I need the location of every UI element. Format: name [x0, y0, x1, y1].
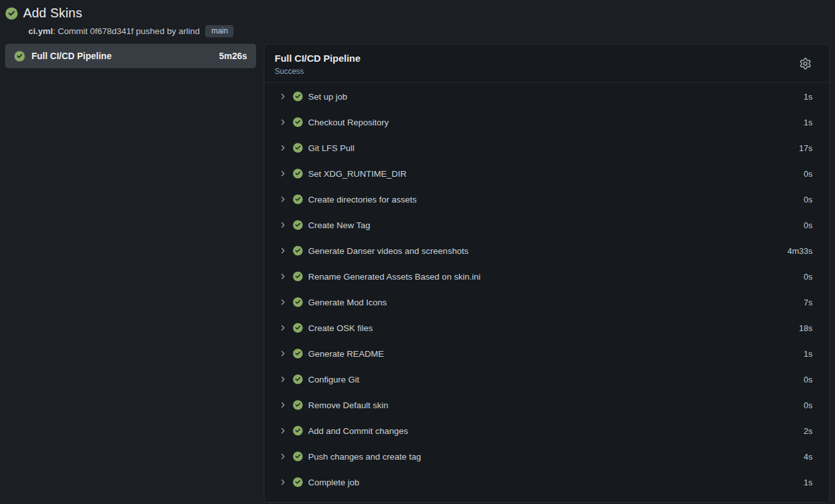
success-check-icon [293, 246, 303, 256]
step-duration: 4m33s [787, 246, 812, 256]
step-row[interactable]: Set XDG_RUNTIME_DIR 0s [264, 161, 829, 186]
success-check-icon [293, 194, 303, 204]
step-name: Generate README [308, 349, 803, 359]
chevron-right-icon[interactable] [279, 221, 287, 229]
success-check-icon [293, 348, 303, 359]
jobs-sidebar: Full CI/CD Pipeline 5m26s [5, 44, 256, 68]
step-duration: 18s [799, 323, 812, 333]
run-subtitle: ci.yml: Commit 0f678d341f pushed by arli… [28, 24, 830, 38]
success-check-icon [293, 400, 303, 410]
job-duration: 5m26s [219, 51, 247, 61]
chevron-right-icon[interactable] [279, 478, 287, 486]
branch-badge[interactable]: main [205, 25, 234, 37]
job-panel-header: Full CI/CD Pipeline Success [264, 44, 829, 83]
step-name: Create directories for assets [308, 195, 803, 204]
job-status-text: Success [275, 66, 819, 76]
step-duration: 0s [803, 221, 812, 230]
chevron-right-icon[interactable] [279, 247, 287, 255]
success-check-icon [293, 426, 303, 436]
job-panel-title: Full CI/CD Pipeline [275, 51, 819, 65]
step-row[interactable]: Create directories for assets 0s [264, 186, 829, 212]
success-check-icon [293, 91, 303, 102]
step-name: Generate Mod Icons [308, 298, 803, 307]
step-row[interactable]: Add and Commit changes 2s [264, 418, 829, 444]
success-check-icon [293, 477, 303, 487]
step-row[interactable]: Complete job 1s [264, 469, 829, 495]
step-duration: 1s [803, 92, 812, 102]
workflow-file-name: ci.yml [28, 26, 53, 36]
step-row[interactable]: Git LFS Pull 17s [264, 135, 829, 161]
step-duration: 17s [799, 143, 812, 153]
commit-text: : Commit 0f678d341f pushed by arlind [53, 26, 199, 36]
step-duration: 0s [803, 375, 812, 384]
sidebar-job-full-pipeline[interactable]: Full CI/CD Pipeline 5m26s [5, 44, 256, 68]
step-row[interactable]: Create New Tag 0s [264, 212, 829, 238]
chevron-right-icon[interactable] [279, 324, 287, 332]
steps-list: Set up job 1s Checkout Repository 1s Git… [264, 83, 829, 502]
step-name: Configure Git [308, 375, 803, 384]
success-check-icon [293, 271, 303, 282]
step-duration: 0s [803, 169, 812, 179]
step-duration: 0s [803, 272, 812, 282]
step-name: Rename Generated Assets Based on skin.in… [308, 272, 803, 282]
success-check-icon [5, 7, 18, 20]
chevron-right-icon[interactable] [279, 144, 287, 152]
step-name: Checkout Repository [308, 118, 803, 127]
step-duration: 2s [803, 426, 812, 436]
step-name: Add and Commit changes [308, 426, 803, 436]
step-name: Complete job [308, 478, 803, 487]
success-check-icon [293, 117, 303, 127]
success-check-icon [293, 323, 303, 333]
step-row[interactable]: Configure Git 0s [264, 366, 829, 392]
gear-icon[interactable] [799, 58, 812, 71]
chevron-right-icon[interactable] [279, 195, 287, 203]
success-check-icon [293, 451, 303, 462]
step-name: Set XDG_RUNTIME_DIR [308, 169, 803, 179]
job-name: Full CI/CD Pipeline [32, 51, 212, 61]
step-row[interactable]: Set up job 1s [264, 84, 829, 109]
chevron-right-icon[interactable] [279, 273, 287, 280]
step-duration: 4s [803, 452, 812, 462]
step-row[interactable]: Generate Mod Icons 7s [264, 289, 829, 315]
job-detail-panel: Full CI/CD Pipeline Success Set up job 1… [264, 44, 830, 503]
step-row[interactable]: Create OSK files 18s [264, 315, 829, 341]
step-name: Git LFS Pull [308, 143, 799, 153]
chevron-right-icon[interactable] [279, 427, 287, 435]
chevron-right-icon[interactable] [279, 170, 287, 177]
chevron-right-icon[interactable] [279, 375, 287, 383]
success-check-icon [293, 297, 303, 307]
step-name: Remove Default skin [308, 401, 803, 410]
run-title: Add Skins [23, 6, 82, 21]
chevron-right-icon[interactable] [279, 453, 287, 460]
run-header: Add Skins ci.yml: Commit 0f678d341f push… [0, 0, 835, 38]
step-duration: 1s [803, 118, 812, 127]
step-row[interactable]: Push changes and create tag 4s [264, 444, 829, 469]
step-duration: 0s [803, 195, 812, 204]
success-check-icon [14, 51, 25, 62]
chevron-right-icon[interactable] [279, 401, 287, 409]
success-check-icon [293, 168, 303, 179]
step-row[interactable]: Checkout Repository 1s [264, 109, 829, 135]
step-duration: 1s [803, 478, 812, 487]
step-row[interactable]: Remove Default skin 0s [264, 392, 829, 418]
step-duration: 0s [803, 401, 812, 410]
step-row[interactable]: Rename Generated Assets Based on skin.in… [264, 264, 829, 289]
step-name: Create New Tag [308, 221, 803, 230]
chevron-right-icon[interactable] [279, 93, 287, 100]
step-row[interactable]: Generate Danser videos and screenshots 4… [264, 238, 829, 264]
step-name: Set up job [308, 92, 803, 102]
chevron-right-icon[interactable] [279, 298, 287, 306]
step-name: Generate Danser videos and screenshots [308, 246, 787, 256]
step-name: Create OSK files [308, 323, 799, 333]
chevron-right-icon[interactable] [279, 118, 287, 126]
success-check-icon [293, 143, 303, 153]
step-duration: 1s [803, 349, 812, 359]
step-duration: 7s [803, 298, 812, 307]
step-name: Push changes and create tag [308, 452, 803, 462]
success-check-icon [293, 220, 303, 230]
success-check-icon [293, 374, 303, 384]
chevron-right-icon[interactable] [279, 350, 287, 357]
step-row[interactable]: Generate README 1s [264, 341, 829, 366]
